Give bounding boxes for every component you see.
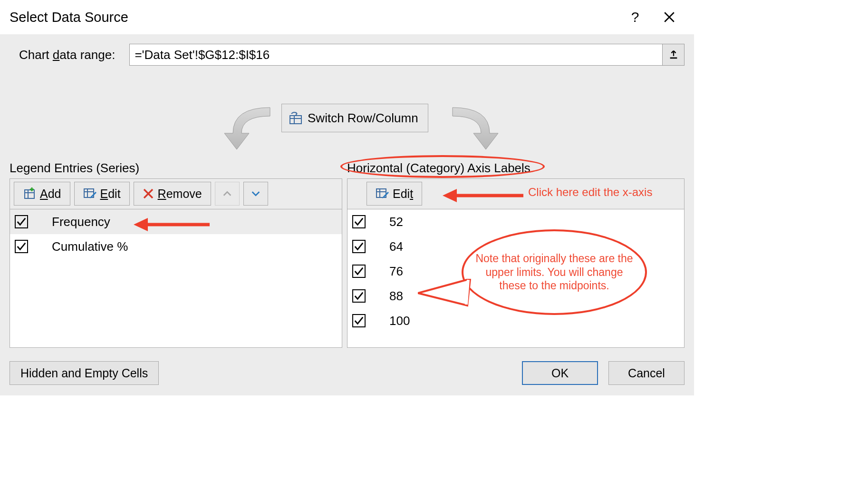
- check-icon: [354, 241, 364, 252]
- arrow-curve-left-icon: [200, 99, 285, 156]
- edit-axis-labels-button[interactable]: Edit: [366, 182, 422, 206]
- svg-rect-0: [670, 58, 677, 59]
- axis-item-checkbox[interactable]: [352, 240, 366, 253]
- arrow-curve-right-icon: [437, 99, 523, 156]
- dialog-title: Select Data Source: [10, 10, 616, 25]
- title-bar: Select Data Source ?: [0, 0, 694, 34]
- chart-data-range-row: Chart data range:: [10, 44, 685, 66]
- series-title: Legend Entries (Series): [10, 161, 342, 178]
- remove-series-label: Remove: [158, 187, 202, 201]
- axis-item[interactable]: 52: [347, 209, 684, 234]
- switch-row-column-label: Switch Row/Column: [308, 111, 418, 126]
- check-icon: [354, 216, 364, 227]
- ok-label: OK: [551, 366, 569, 380]
- add-series-label: Add: [40, 187, 61, 201]
- axis-item-checkbox[interactable]: [352, 314, 366, 327]
- switch-row-column-icon: [289, 111, 303, 125]
- close-icon: [663, 11, 675, 23]
- series-item-checkbox[interactable]: [15, 240, 28, 253]
- dialog-body: Chart data range:: [0, 34, 694, 395]
- remove-series-icon: [143, 188, 154, 199]
- edit-axis-icon: [376, 187, 389, 200]
- annotation-callout-text: Note that originally these are the upper…: [472, 252, 637, 293]
- series-toolbar: Add Edit: [10, 179, 342, 209]
- add-series-icon: [23, 187, 36, 200]
- chevron-up-icon: [222, 188, 232, 199]
- series-list: Frequency Cumulative %: [10, 209, 342, 259]
- series-item-label: Cumulative %: [52, 239, 128, 254]
- cancel-button[interactable]: Cancel: [608, 361, 685, 385]
- columns: Legend Entries (Series) Add: [10, 161, 685, 348]
- axis-item-checkbox[interactable]: [352, 215, 366, 228]
- annotation-circle-axis-title: [340, 155, 545, 178]
- cancel-label: Cancel: [628, 366, 665, 380]
- check-icon: [16, 216, 27, 227]
- check-icon: [354, 266, 364, 276]
- annotation-callout-tail: [418, 279, 475, 312]
- collapse-range-button[interactable]: [663, 44, 685, 66]
- edit-series-label: Edit: [100, 187, 121, 201]
- edit-series-icon: [83, 187, 96, 200]
- svg-rect-4: [25, 190, 34, 198]
- remove-series-button[interactable]: Remove: [134, 182, 211, 206]
- check-icon: [354, 315, 364, 326]
- switch-row-column-button[interactable]: Switch Row/Column: [281, 104, 428, 132]
- svg-rect-1: [290, 116, 301, 124]
- series-column: Legend Entries (Series) Add: [10, 161, 342, 348]
- axis-item-label: 52: [389, 215, 403, 229]
- hidden-empty-cells-label: Hidden and Empty Cells: [20, 366, 148, 380]
- series-item-checkbox[interactable]: [15, 215, 28, 228]
- axis-item-label: 64: [389, 239, 403, 254]
- help-icon: ?: [631, 9, 639, 25]
- axis-column: Horizontal (Category) Axis Labels Ed: [347, 161, 685, 348]
- axis-item-label: 88: [389, 289, 403, 304]
- axis-item-checkbox[interactable]: [352, 289, 366, 303]
- check-icon: [16, 241, 27, 252]
- axis-item-label: 76: [389, 264, 403, 279]
- series-item[interactable]: Frequency: [10, 209, 342, 234]
- series-item[interactable]: Cumulative %: [10, 234, 342, 259]
- ok-button[interactable]: OK: [522, 361, 598, 385]
- select-data-source-dialog: Select Data Source ? Chart data range:: [0, 0, 694, 395]
- axis-toolbar: Edit: [347, 179, 684, 209]
- axis-item-label: 100: [389, 314, 410, 328]
- collapse-range-icon: [668, 49, 679, 60]
- move-series-up-button[interactable]: [215, 182, 240, 206]
- series-item-label: Frequency: [52, 215, 110, 229]
- annotation-callout: Note that originally these are the upper…: [462, 229, 647, 315]
- axis-item[interactable]: 100: [347, 308, 684, 333]
- switch-area: Switch Row/Column: [10, 104, 685, 161]
- edit-series-button[interactable]: Edit: [74, 182, 130, 206]
- chevron-down-icon: [251, 188, 261, 199]
- hidden-empty-cells-button[interactable]: Hidden and Empty Cells: [10, 361, 159, 385]
- add-series-button[interactable]: Add: [14, 182, 70, 206]
- chart-data-range-input[interactable]: [129, 44, 663, 66]
- axis-item-checkbox[interactable]: [352, 265, 366, 278]
- dialog-footer: Hidden and Empty Cells OK Cancel: [10, 361, 685, 385]
- move-series-down-button[interactable]: [243, 182, 268, 206]
- axis-panel: Edit 52 64 76: [347, 178, 685, 348]
- edit-axis-label: Edit: [393, 187, 413, 201]
- help-button[interactable]: ?: [620, 2, 650, 32]
- chart-data-range-label: Chart data range:: [19, 48, 115, 62]
- close-button[interactable]: [654, 2, 685, 32]
- series-panel: Add Edit: [10, 178, 342, 348]
- check-icon: [354, 291, 364, 301]
